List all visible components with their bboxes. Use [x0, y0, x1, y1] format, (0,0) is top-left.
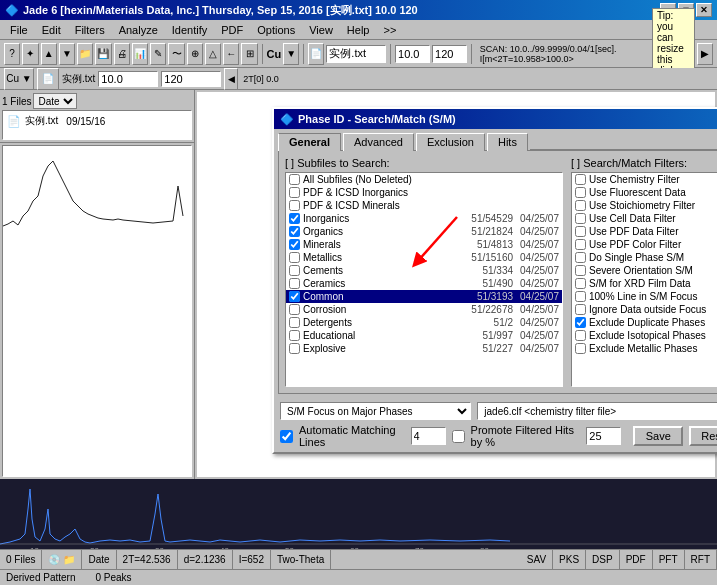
subfile-item-1[interactable]: PDF & ICSD Inorganics — [286, 186, 562, 199]
tab-exclusion[interactable]: Exclusion — [416, 133, 485, 151]
promote-checkbox[interactable] — [452, 430, 465, 443]
filter-item-6[interactable]: Do Single Phase S/M — [572, 251, 717, 264]
filters-listbox[interactable]: Use Chemistry Filter Use Fluorescent Dat… — [571, 172, 717, 387]
zoom-btn[interactable]: ⊕ — [187, 43, 203, 65]
filter-item-12[interactable]: Exclude Isotopical Phases — [572, 329, 717, 342]
nav-btn[interactable]: ◀ — [224, 68, 238, 90]
menu-view[interactable]: View — [303, 23, 339, 37]
subfile-item-7[interactable]: Cements 51/334 04/25/07 — [286, 264, 562, 277]
val4-input[interactable] — [161, 71, 221, 87]
subfile-check-5[interactable] — [289, 239, 300, 250]
subfile-check-6[interactable] — [289, 252, 300, 263]
auto-match-input[interactable] — [411, 427, 446, 445]
subfile-item-13[interactable]: Explosive 51/227 04/25/07 — [286, 342, 562, 355]
status-btn-rft[interactable]: RFT — [685, 550, 717, 569]
subfile-item-11[interactable]: Detergents 51/2 04/25/07 — [286, 316, 562, 329]
promote-input[interactable] — [586, 427, 621, 445]
print-btn[interactable]: 🖨 — [114, 43, 130, 65]
filter-check-2[interactable] — [575, 200, 586, 211]
menu-options[interactable]: Options — [251, 23, 301, 37]
wave-btn[interactable]: 〜 — [168, 43, 184, 65]
filter-item-0[interactable]: Use Chemistry Filter — [572, 173, 717, 186]
down-btn[interactable]: ▼ — [59, 43, 75, 65]
filter-item-11[interactable]: Exclude Duplicate Phases — [572, 316, 717, 329]
subfile-check-4[interactable] — [289, 226, 300, 237]
filter-check-11[interactable] — [575, 317, 586, 328]
file-input[interactable] — [326, 45, 386, 63]
filter-check-6[interactable] — [575, 252, 586, 263]
val3-input[interactable] — [98, 71, 158, 87]
element-cu-btn[interactable]: Cu ▼ — [4, 68, 34, 90]
close-button[interactable]: ✕ — [696, 3, 712, 17]
tab-hits[interactable]: Hits — [487, 133, 528, 151]
filter-check-13[interactable] — [575, 343, 586, 354]
filter-check-4[interactable] — [575, 226, 586, 237]
resize-btn[interactable]: ▶ — [697, 43, 713, 65]
subfile-item-0[interactable]: All Subfiles (No Deleted) — [286, 173, 562, 186]
filter-item-5[interactable]: Use PDF Color Filter — [572, 238, 717, 251]
subfile-item-3[interactable]: Inorganics 51/54529 04/25/07 — [286, 212, 562, 225]
file2-btn[interactable]: 📄 — [37, 68, 59, 90]
menu-more[interactable]: >> — [377, 23, 402, 37]
val1-input[interactable] — [395, 45, 430, 63]
open-btn[interactable]: 📁 — [77, 43, 93, 65]
tab-advanced[interactable]: Advanced — [343, 133, 414, 151]
filter-item-9[interactable]: 100% Line in S/M Focus — [572, 290, 717, 303]
chemistry-dropdown[interactable]: jade6.clf <chemistry filter file> — [477, 402, 717, 420]
edit-btn[interactable]: ✎ — [150, 43, 166, 65]
focus-dropdown[interactable]: S/M Focus on Major Phases — [280, 402, 471, 420]
subfile-item-9[interactable]: Common 51/3193 04/25/07 — [286, 290, 562, 303]
filter-item-2[interactable]: Use Stoichiometry Filter — [572, 199, 717, 212]
star-btn[interactable]: ✦ — [22, 43, 38, 65]
file-icon-btn[interactable]: 📄 — [308, 43, 324, 65]
status-btn-pks[interactable]: PKS — [553, 550, 586, 569]
filter-check-1[interactable] — [575, 187, 586, 198]
sort-dropdown[interactable]: Date — [33, 93, 77, 109]
status-btn-sav[interactable]: SAV — [521, 550, 553, 569]
menu-pdf[interactable]: PDF — [215, 23, 249, 37]
auto-match-checkbox[interactable] — [280, 430, 293, 443]
subfile-check-7[interactable] — [289, 265, 300, 276]
help-btn[interactable]: ? — [4, 43, 20, 65]
arrow-btn[interactable]: ← — [223, 43, 239, 65]
menu-filters[interactable]: Filters — [69, 23, 111, 37]
val2-input[interactable] — [432, 45, 467, 63]
filter-check-5[interactable] — [575, 239, 586, 250]
filter-check-12[interactable] — [575, 330, 586, 341]
tab-general[interactable]: General — [278, 133, 341, 151]
subfile-check-12[interactable] — [289, 330, 300, 341]
filter-item-1[interactable]: Use Fluorescent Data — [572, 186, 717, 199]
subfile-check-8[interactable] — [289, 278, 300, 289]
subfile-check-0[interactable] — [289, 174, 300, 185]
subfile-item-12[interactable]: Educational 51/997 04/25/07 — [286, 329, 562, 342]
status-icons[interactable]: 💿 📁 — [42, 550, 82, 569]
status-btn-pdf[interactable]: PDF — [620, 550, 653, 569]
filter-check-8[interactable] — [575, 278, 586, 289]
up-btn[interactable]: ▲ — [41, 43, 57, 65]
filter-item-8[interactable]: S/M for XRD Film Data — [572, 277, 717, 290]
subfile-check-11[interactable] — [289, 317, 300, 328]
subfile-check-2[interactable] — [289, 200, 300, 211]
file-item[interactable]: 📄 实例.txt 09/15/16 — [5, 113, 189, 129]
menu-analyze[interactable]: Analyze — [113, 23, 164, 37]
filter-item-3[interactable]: Use Cell Data Filter — [572, 212, 717, 225]
subfile-item-6[interactable]: Metallics 51/15160 04/25/07 — [286, 251, 562, 264]
filter-item-4[interactable]: Use PDF Data Filter — [572, 225, 717, 238]
spectrum-chart[interactable] — [2, 145, 192, 477]
subfile-item-2[interactable]: PDF & ICSD Minerals — [286, 199, 562, 212]
filter-check-3[interactable] — [575, 213, 586, 224]
subfiles-listbox[interactable]: All Subfiles (No Deleted) PDF & ICSD Ino… — [285, 172, 563, 387]
menu-file[interactable]: File — [4, 23, 34, 37]
reset-button[interactable]: Reset — [689, 426, 717, 446]
save-btn[interactable]: 💾 — [95, 43, 111, 65]
subfile-item-8[interactable]: Ceramics 51/490 04/25/07 — [286, 277, 562, 290]
filter-check-7[interactable] — [575, 265, 586, 276]
save-button[interactable]: Save — [633, 426, 683, 446]
subfile-item-4[interactable]: Organics 51/21824 04/25/07 — [286, 225, 562, 238]
subfile-check-3[interactable] — [289, 213, 300, 224]
bar-chart-btn[interactable]: 📊 — [132, 43, 148, 65]
filter-item-7[interactable]: Severe Orientation S/M — [572, 264, 717, 277]
filter-check-9[interactable] — [575, 291, 586, 302]
status-btn-pft[interactable]: PFT — [653, 550, 685, 569]
filter-item-13[interactable]: Exclude Metallic Phases — [572, 342, 717, 355]
